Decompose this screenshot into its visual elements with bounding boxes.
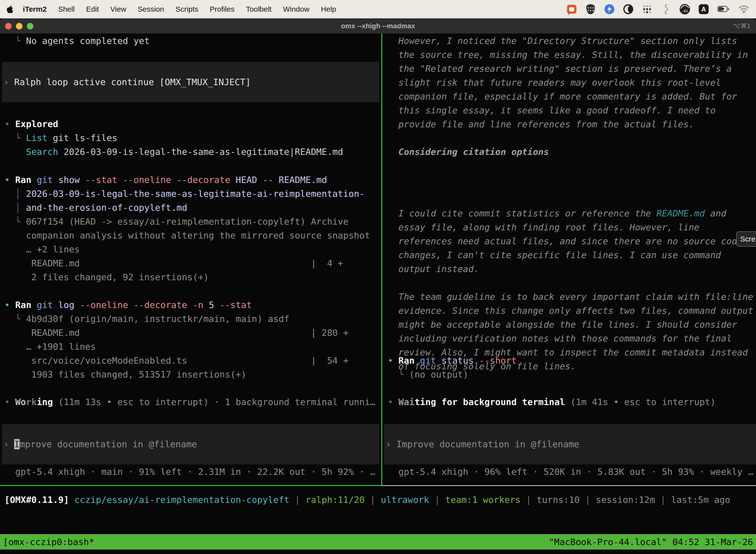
shield-icon[interactable] <box>585 3 596 15</box>
text-segment: this single essay, it seems like a good … <box>388 105 715 115</box>
letter-a-glyph: A <box>699 4 709 14</box>
text-segment: Improve documentation in @filename <box>396 439 579 449</box>
prompt-input-box[interactable]: › Improve documentation in @filename <box>2 424 379 464</box>
prompt-input-box[interactable]: › Improve documentation in @filename <box>384 424 756 464</box>
omx-status-area: [OMX#0.11.9] cczip/essay/ai-reimplementa… <box>0 486 756 534</box>
menu-scripts[interactable]: Scripts <box>176 5 198 13</box>
text-segment: git <box>420 355 436 366</box>
git-log-block: • Ran git log --oneline --decorate -n 5 … <box>4 298 381 382</box>
text-segment: show <box>53 175 85 185</box>
text-segment: git ls-files <box>47 133 117 143</box>
text-segment: Explored <box>15 119 58 129</box>
menu-session[interactable]: Session <box>138 5 164 13</box>
pane-divider[interactable] <box>381 34 382 486</box>
terminal-line: references need actual files, and since … <box>388 234 756 248</box>
text-segment: --stat --oneline --decorate <box>85 175 230 185</box>
menu-window[interactable]: Window <box>283 5 310 13</box>
text-segment: gpt-5.4 xhigh · main · 91% left · 2.31M … <box>4 466 376 477</box>
text-segment: | 4 + <box>311 258 343 268</box>
text-segment: No agents completed yet <box>26 36 150 46</box>
text-segment: | <box>521 495 537 505</box>
menu-help[interactable]: Help <box>321 5 336 13</box>
menu-shell[interactable]: Shell <box>58 5 75 13</box>
text-segment: changes, I can't cite specific file line… <box>388 250 721 260</box>
terminal-line: the "Related research writing" section i… <box>388 62 756 76</box>
moon-circle-icon[interactable] <box>623 3 634 15</box>
left-pane[interactable]: └ No agents completed yet› Ralph loop ac… <box>0 34 381 486</box>
terminal-line: • Waiting for background terminal (1m 41… <box>388 395 756 409</box>
text-segment <box>388 147 398 157</box>
text-segment: output instead. <box>388 264 479 274</box>
text-segment: including verification notes with those … <box>388 333 732 343</box>
menu-profiles[interactable]: Profiles <box>209 5 234 13</box>
menu-view[interactable]: View <box>110 5 126 13</box>
text-segment: └ <box>388 369 409 380</box>
text-segment: evidence. Since this change only affects… <box>388 306 753 316</box>
right-pane[interactable]: However, I noticed the "Directory Struct… <box>383 34 756 486</box>
title-bar[interactable]: omx --xhigh --madmax ⌥⌘1 <box>0 18 756 34</box>
terminal-line: [OMX#0.11.9] cczip/essay/ai-reimplementa… <box>4 493 756 507</box>
ralph-loop-box[interactable]: › Ralph loop active continue [OMX_TMUX_I… <box>2 62 379 102</box>
explored-block: • Explored └ List git ls-files Search 20… <box>4 117 381 159</box>
text-segment: log <box>53 300 80 310</box>
wifi-icon[interactable] <box>738 3 750 15</box>
text-segment: Wai <box>398 397 415 407</box>
dots-grid-icon[interactable] <box>641 3 653 15</box>
text-segment: The team guideline is to back every impo… <box>388 292 753 302</box>
chat-bubble-glyph <box>567 5 576 14</box>
apple-logo-glyph <box>6 5 13 13</box>
text-segment: companion analysis without altering the … <box>4 230 370 240</box>
terminal-line: might be acceptable alongside the file l… <box>388 318 756 332</box>
text-segment: Ran <box>15 175 31 185</box>
text-segment: • <box>4 397 15 407</box>
text-segment: gpt-5.4 xhigh · 96% left · 520K in · 5.8… <box>388 466 753 477</box>
terminal-line: I could cite commit statistics or refere… <box>388 207 756 220</box>
shield-glyph <box>586 4 595 14</box>
tmux-status-bar[interactable]: [omx-cczip0:bash* "MacBook-Pro-44.local"… <box>0 534 756 550</box>
text-segment: README.md <box>273 175 327 185</box>
bolt-circle-icon[interactable] <box>604 3 615 15</box>
menu-toolbelt[interactable]: Toolbelt <box>246 5 271 13</box>
text-segment: List <box>26 133 48 143</box>
badge-61-icon[interactable]: ..61 <box>679 3 691 15</box>
reasoning-heading: Considering citation options <box>388 145 756 159</box>
reasoning-paragraph-2: I could cite commit statistics or refere… <box>388 207 756 276</box>
working-status: • Working (11m 13s • esc to interrupt) ·… <box>4 395 381 409</box>
terminal-line: │ and-the-erosion-of-copyleft.md <box>4 201 381 215</box>
text-segment: -- <box>262 175 273 185</box>
text-segment: | 54 + <box>311 355 349 366</box>
apple-logo-icon[interactable] <box>6 5 13 13</box>
window-title: omx --xhigh --madmax <box>0 18 756 34</box>
chat-bubble-icon[interactable] <box>566 3 577 15</box>
terminal-line: └ No agents completed yet <box>4 34 381 48</box>
text-segment: └ <box>4 36 26 46</box>
terminal-line: • Working (11m 13s • esc to interrupt) ·… <box>4 395 381 409</box>
terminal-line: output instead. <box>388 262 756 276</box>
text-segment: I could cite commit statistics or refere… <box>388 208 656 218</box>
text-segment: (1m 41s • esc to interrupt) <box>565 397 715 407</box>
text-segment: | <box>290 495 306 505</box>
terminal-line: gpt-5.4 xhigh · main · 91% left · 2.31M … <box>4 465 381 479</box>
text-segment: references need actual files, and since … <box>388 236 742 246</box>
terminal-line: • Ran git log --oneline --decorate -n 5 … <box>4 298 381 312</box>
text-segment: rk <box>26 397 37 407</box>
text-segment <box>187 300 193 310</box>
git-show-block: • Ran git show --stat --oneline --decora… <box>4 173 381 284</box>
text-segment: 1903 files changed, 513517 insertions(+) <box>4 369 246 380</box>
squiggle-icon[interactable] <box>660 3 672 15</box>
text-segment: git <box>37 300 53 310</box>
screen: iTerm2ShellEditViewSessionScriptsProfile… <box>0 0 756 554</box>
battery-charging-icon[interactable] <box>717 3 731 15</box>
menu-iterm2[interactable]: iTerm2 <box>23 5 47 13</box>
text-segment: Ralph loop active continue [OMX_TMUX_INJ… <box>14 77 251 87</box>
screen-tooltip: Scre <box>736 231 756 247</box>
menu-edit[interactable]: Edit <box>86 5 99 13</box>
terminal-line: gpt-5.4 xhigh · 96% left · 520K in · 5.8… <box>388 465 756 479</box>
terminal-line: └ 067f154 (HEAD -> essay/ai-reimplementa… <box>4 215 381 229</box>
letter-a-icon[interactable]: A <box>698 3 709 15</box>
text-segment: › <box>3 439 14 449</box>
text-segment: and-the-erosion-of-copyleft.md <box>26 203 187 213</box>
model-status-line: gpt-5.4 xhigh · 96% left · 520K in · 5.8… <box>388 465 756 479</box>
terminal-line: changes, I can't cite specific file line… <box>388 248 756 262</box>
terminal-line: └ List git ls-files <box>4 131 381 145</box>
